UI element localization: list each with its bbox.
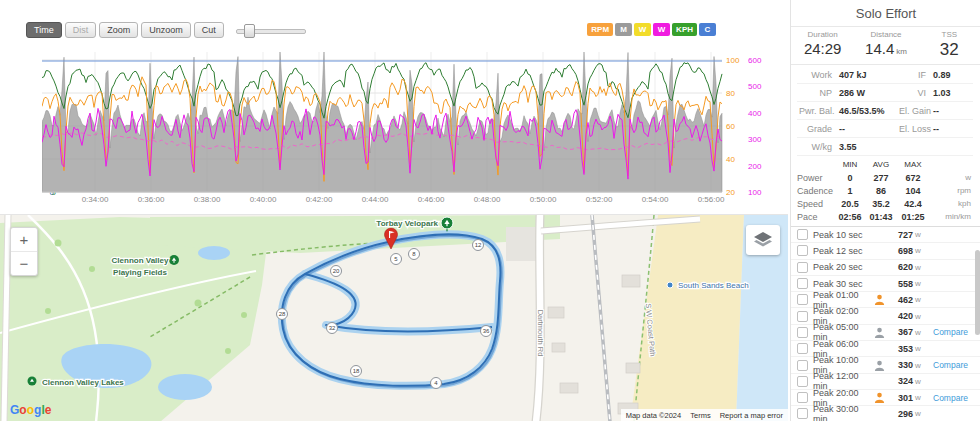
time-tick-label: 0:50:00 xyxy=(519,195,567,204)
workout-chart-panel: Time Dist Zoom Unzoom Cut RPMMWWKPHC 201… xyxy=(0,0,790,214)
peak-checkbox[interactable] xyxy=(797,343,808,354)
detail-label xyxy=(897,138,931,156)
peak-row-1[interactable]: Peak 12 sec698w xyxy=(791,243,980,259)
zoom-button[interactable]: Zoom xyxy=(99,22,138,38)
peak-checkbox[interactable] xyxy=(797,294,808,305)
legend-toggle-w-2[interactable]: W xyxy=(634,23,651,36)
axis-tick: 80 xyxy=(726,89,750,98)
detail-value: -- xyxy=(931,120,973,138)
distance-marker-12: 12 xyxy=(473,240,484,251)
peak-checkbox[interactable] xyxy=(797,262,808,273)
detail-label: VI xyxy=(897,84,931,102)
time-tick-label: 0:38:00 xyxy=(183,195,231,204)
peak-value: 324 xyxy=(887,376,913,386)
speed-axis: 453627189 xyxy=(28,52,42,202)
peak-checkbox[interactable] xyxy=(797,408,808,419)
time-button[interactable]: Time xyxy=(26,22,62,38)
peak-unit: w xyxy=(913,312,929,321)
detail-value: 1.03 xyxy=(931,84,973,102)
stats-row-cadence: Cadence186104rpm xyxy=(797,184,975,197)
peak-label: Peak 10 sec xyxy=(813,230,874,240)
svg-text:36: 36 xyxy=(483,328,490,334)
sidebar-scrollbar-thumb[interactable] xyxy=(975,250,980,335)
beach-icon xyxy=(667,282,673,288)
map-label: Torbay Velopark xyxy=(376,219,438,228)
chart-toolbar: Time Dist Zoom Unzoom Cut xyxy=(26,22,306,38)
google-logo-letter: e xyxy=(45,403,52,417)
peak-checkbox[interactable] xyxy=(797,229,808,240)
peak-checkbox[interactable] xyxy=(797,327,808,338)
map-label: Dartmouth Rd xyxy=(536,310,545,357)
compare-link[interactable]: Compare xyxy=(929,393,980,403)
map-layers-button[interactable] xyxy=(746,225,780,255)
peak-checkbox[interactable] xyxy=(797,278,808,289)
zoom-out-button[interactable]: − xyxy=(11,251,37,275)
detail-label: W/kg xyxy=(797,138,837,156)
distance-marker-4: 4 xyxy=(431,378,442,389)
unzoom-button[interactable]: Unzoom xyxy=(141,22,191,38)
peak-checkbox[interactable] xyxy=(797,360,808,371)
stats-header: MAX xyxy=(897,160,929,169)
map-data-text: Map data ©2024 xyxy=(626,411,682,420)
detail-value: 0.89 xyxy=(931,66,973,84)
axis-tick: 400 xyxy=(748,109,772,118)
legend-toggle-c-5[interactable]: C xyxy=(699,23,716,36)
google-logo[interactable]: Google xyxy=(10,403,51,417)
layers-icon xyxy=(753,231,773,249)
distance-marker-18: 18 xyxy=(351,366,362,377)
lake xyxy=(158,374,212,400)
temp-axis: 20151050 xyxy=(6,52,30,202)
peak-row-2[interactable]: Peak 20 sec620w xyxy=(791,260,980,276)
svg-text:28: 28 xyxy=(279,311,286,317)
legend-toggle-w-3[interactable]: W xyxy=(653,23,670,36)
time-tick-label: 0:54:00 xyxy=(631,195,679,204)
peak-value: 296 xyxy=(887,409,913,419)
cadence-axis: 10080604020 xyxy=(726,52,750,202)
workout-graph[interactable] xyxy=(42,52,726,196)
stats-row-power: Power0277672w xyxy=(797,171,975,184)
report-map-error-link[interactable]: Report a map error xyxy=(720,411,783,420)
summary-value: 32 xyxy=(918,40,980,60)
dist-button[interactable]: Dist xyxy=(65,22,97,38)
legend-toggle-rpm-0[interactable]: RPM xyxy=(587,23,613,36)
peak-checkbox[interactable] xyxy=(797,376,808,387)
slider-handle[interactable] xyxy=(244,24,255,38)
terms-link[interactable]: Terms xyxy=(690,411,710,420)
detail-value: -- xyxy=(837,120,897,138)
route-map[interactable]: 128520283236184 Torbay VeloparkClenno xyxy=(0,214,788,421)
peak-unit: w xyxy=(913,361,929,370)
compare-link[interactable]: Compare xyxy=(929,360,980,370)
detail-value xyxy=(931,138,973,156)
time-tick-label: 0:52:00 xyxy=(575,195,623,204)
legend-toggle-kph-4[interactable]: KPH xyxy=(672,23,697,36)
distance-marker-20: 20 xyxy=(331,266,342,277)
legend-toggle-m-1[interactable]: M xyxy=(615,23,632,36)
peak-unit: w xyxy=(913,279,929,288)
axis-tick: 100 xyxy=(748,188,772,197)
google-logo-letter: o xyxy=(27,403,34,417)
peak-checkbox[interactable] xyxy=(797,392,808,403)
summary-stat-tss: TSS32 xyxy=(918,30,980,60)
min-avg-max-table: MINAVGMAXPower0277672wCadence186104rpmSp… xyxy=(791,156,980,223)
peak-value: 727 xyxy=(887,230,913,240)
peak-checkbox[interactable] xyxy=(797,245,808,256)
detail-value: 286 W xyxy=(837,84,897,102)
chart-smoothing-slider[interactable] xyxy=(236,24,306,36)
map-zoom-control: + − xyxy=(10,227,38,276)
compare-link[interactable]: Compare xyxy=(929,327,980,337)
axis-tick: 100 xyxy=(726,56,750,65)
cut-button[interactable]: Cut xyxy=(194,22,224,38)
peak-person-icon-grey xyxy=(874,360,887,371)
map-canvas[interactable]: 128520283236184 Torbay VeloparkClenno xyxy=(0,215,788,421)
peak-icon-slot xyxy=(874,262,887,273)
peak-value: 330 xyxy=(887,360,913,370)
stats-row-speed: Speed20.535.242.4kph xyxy=(797,197,975,210)
peak-row-0[interactable]: Peak 10 sec727w xyxy=(791,227,980,243)
summary-stats: Duration24:29Distance14.4kmTSS32 xyxy=(791,27,980,65)
zoom-in-button[interactable]: + xyxy=(11,228,37,251)
peak-row-11[interactable]: Peak 30:00 min296w xyxy=(791,406,980,421)
peak-label: Peak 12 sec xyxy=(813,246,874,256)
stats-header: MIN xyxy=(835,160,865,169)
peak-person-icon-orange xyxy=(874,294,887,305)
peak-checkbox[interactable] xyxy=(797,311,808,322)
